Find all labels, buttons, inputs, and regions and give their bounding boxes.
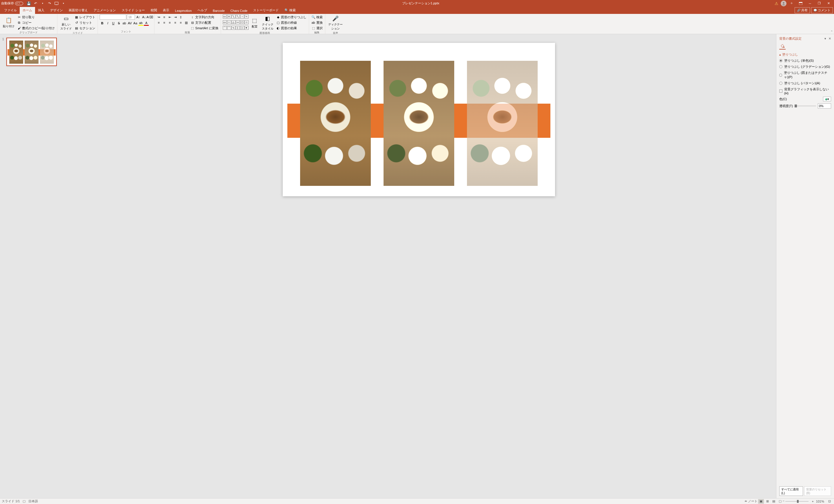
shape-hex[interactable]: ⬡ [240, 20, 244, 24]
shadow-button[interactable]: ab [122, 21, 127, 26]
fill-picture-radio[interactable]: 塗りつぶし (図またはテクスチャ)(P) [779, 71, 831, 79]
font-name-select[interactable] [100, 15, 126, 20]
align-right-button[interactable]: ≡ [167, 20, 172, 25]
fill-solid-radio[interactable]: 塗りつぶし (単色)(S) [779, 59, 831, 63]
tab-review[interactable]: 校閲 [148, 7, 160, 14]
tab-file[interactable]: ファイル [1, 7, 20, 14]
section-button[interactable]: ▤セクション [74, 25, 96, 31]
align-left-button[interactable]: ≡ [156, 20, 161, 25]
zoom-value[interactable]: 101% [816, 500, 824, 503]
reset-button[interactable]: ↺リセット [74, 20, 96, 25]
tab-transitions[interactable]: 画面切り替え [66, 7, 91, 14]
tab-view[interactable]: 表示 [160, 7, 172, 14]
shape-line[interactable]: ╲ [232, 15, 236, 19]
tab-design[interactable]: デザイン [47, 7, 66, 14]
slide-count[interactable]: スライド 1/1 [2, 499, 20, 503]
undo-more[interactable]: ▾ [39, 1, 46, 6]
quick-styles-button[interactable]: ◧ クイック スタイル [261, 15, 275, 31]
shape-outline-button[interactable]: ▢図形の枠線 [276, 20, 307, 25]
tab-animations[interactable]: アニメーション [91, 7, 119, 14]
account-avatar[interactable] [781, 1, 787, 6]
thumbnail-preview[interactable] [6, 38, 57, 66]
normal-view-button[interactable]: ▣ [758, 499, 764, 504]
food-image-2[interactable] [383, 61, 454, 186]
coming-soon-icon[interactable]: ✧ [787, 0, 796, 7]
tab-barcode[interactable]: Barcode [210, 8, 228, 14]
notes-button[interactable]: ≐ ノート [745, 499, 758, 503]
share-button[interactable]: 🔗 共有 [795, 7, 810, 13]
increase-indent-button[interactable]: ⇥ [173, 15, 178, 20]
shape-line2[interactable]: ╲ [236, 15, 240, 19]
copy-button[interactable]: ⧉コピー [17, 20, 55, 25]
decrease-font-button[interactable]: A↓ [141, 15, 147, 20]
increase-font-button[interactable]: A↑ [136, 15, 141, 20]
distribute-button[interactable]: ≡ [178, 20, 183, 25]
shape-effects-button[interactable]: ◐図形の効果 [276, 25, 307, 31]
pane-tab-fill[interactable] [779, 43, 786, 49]
font-color-button[interactable]: A [144, 21, 149, 26]
food-image-1[interactable] [300, 61, 371, 186]
justify-button[interactable]: ≡ [173, 20, 178, 25]
line-spacing-button[interactable]: ‡ [178, 15, 183, 20]
font-size-select[interactable]: 18 [127, 15, 135, 20]
pane-options-button[interactable]: ▾ [825, 37, 826, 41]
slideshow-view-button[interactable]: ▢ [777, 499, 783, 504]
shape-fill-button[interactable]: ◆図形の塗りつぶし [276, 15, 307, 20]
shape-brace-l[interactable]: { [236, 26, 240, 30]
bold-button[interactable]: B [100, 21, 105, 26]
columns-button[interactable]: ▥ [184, 20, 189, 25]
spell-check-icon[interactable]: ▢ [23, 499, 25, 503]
zoom-plus[interactable]: + [812, 500, 813, 503]
collapse-ribbon-button[interactable]: ⌃ [831, 30, 833, 33]
shape-text[interactable]: A [227, 15, 231, 19]
warning-icon[interactable]: ⚠ [775, 1, 778, 6]
redo-button[interactable]: ↷ [46, 1, 53, 6]
find-button[interactable]: 🔍検索 [311, 15, 323, 20]
shape-arc[interactable]: ⌒ [223, 26, 227, 30]
underline-button[interactable]: U [111, 21, 116, 26]
text-direction-button[interactable]: ↕文字列の方向 [190, 15, 219, 20]
tab-help[interactable]: ヘルプ [195, 7, 210, 14]
format-painter-button[interactable]: 🖌書式のコピー/貼り付け [17, 25, 55, 31]
bullets-button[interactable]: ≔ [156, 15, 161, 20]
ribbon-display-options[interactable] [796, 0, 805, 7]
tab-leapmotion[interactable]: Leapmotion [172, 8, 195, 14]
arrange-button[interactable]: ⬚ 配置 [249, 15, 260, 31]
zoom-slider[interactable] [785, 501, 809, 502]
shape-arrow-r[interactable]: ⇨ [236, 20, 240, 24]
cut-button[interactable]: ✂切り取り [17, 15, 55, 20]
char-spacing-button[interactable]: AV [127, 21, 132, 26]
new-slide-button[interactable]: ▭ 新しい スライド [59, 15, 73, 31]
sorter-view-button[interactable]: ⊞ [765, 499, 770, 504]
select-button[interactable]: ⬚選択 [311, 25, 323, 31]
pane-close-button[interactable]: ✕ [829, 37, 831, 41]
shape-star[interactable]: ☆ [244, 20, 248, 24]
dictate-button[interactable]: 🎤 ディクテー ション [327, 15, 344, 31]
comments-button[interactable]: 💬 コメント [811, 7, 833, 13]
autosave-toggle[interactable]: 自動保存 オフ [1, 1, 23, 5]
language-button[interactable]: 日本語 [28, 499, 38, 503]
reading-view-button[interactable]: ▤ [771, 499, 777, 504]
hide-bg-checkbox[interactable]: 背景グラフィックを表示しない(H) [779, 87, 831, 95]
tab-slideshow[interactable]: スライド ショー [119, 7, 148, 14]
shape-connector[interactable]: ⤷ [244, 15, 248, 19]
maximize-button[interactable]: ❐ [815, 0, 824, 7]
transparency-input[interactable]: 0% [818, 104, 831, 109]
search-button[interactable]: 🔍 検索 [282, 7, 299, 14]
shape-more[interactable]: ▾ [244, 26, 248, 30]
fill-section-header[interactable]: ▴塗りつぶし [779, 52, 831, 57]
food-image-3[interactable] [467, 61, 537, 186]
minimize-button[interactable]: ─ [806, 0, 814, 7]
change-case-button[interactable]: Aa [133, 21, 138, 26]
shape-arc2[interactable]: ⌒ [227, 26, 231, 30]
fill-gradient-radio[interactable]: 塗りつぶし (グラデーション)(G) [779, 65, 831, 69]
strikethrough-button[interactable]: S̶ [116, 21, 122, 26]
italic-button[interactable]: I [105, 21, 110, 26]
slide-editor[interactable] [61, 34, 776, 498]
tab-home[interactable]: ホーム [20, 7, 35, 14]
replace-button[interactable]: ab置換 [311, 20, 323, 25]
highlight-button[interactable]: ab [138, 21, 144, 26]
fit-to-window-button[interactable]: ⊡ [827, 499, 832, 504]
align-text-button[interactable]: ⊟文字の配置 [190, 20, 219, 25]
smartart-button[interactable]: ⬚SmartArt に変換 [190, 25, 219, 31]
